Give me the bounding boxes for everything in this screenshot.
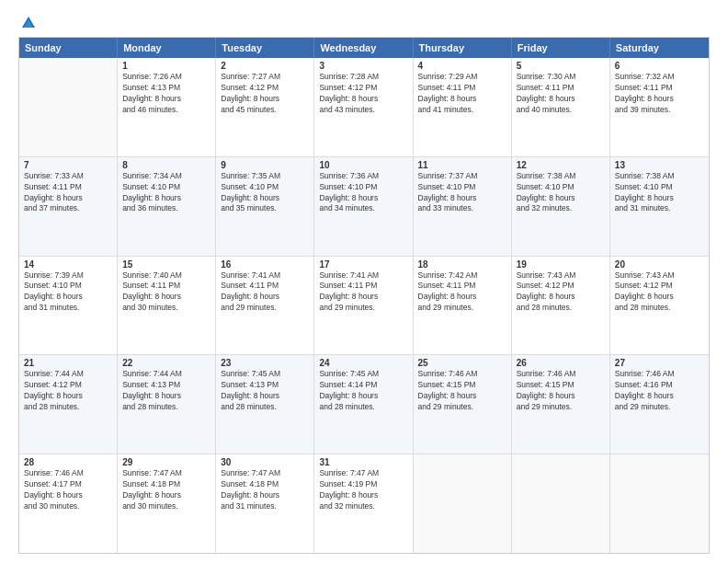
day-number: 13 xyxy=(615,160,704,170)
cell-info-line: and 31 minutes. xyxy=(24,303,112,314)
cal-cell: 15Sunrise: 7:40 AMSunset: 4:11 PMDayligh… xyxy=(118,257,216,355)
cal-cell: 25Sunrise: 7:46 AMSunset: 4:15 PMDayligh… xyxy=(414,355,512,454)
cal-cell: 14Sunrise: 7:39 AMSunset: 4:10 PMDayligh… xyxy=(19,257,118,355)
cell-info-line: Daylight: 8 hours xyxy=(615,391,704,402)
cell-info-line: Sunset: 4:11 PM xyxy=(122,281,210,292)
cell-info-line: Sunset: 4:16 PM xyxy=(615,380,704,391)
cell-info-line: Sunset: 4:11 PM xyxy=(517,83,605,94)
cell-info-line: Daylight: 8 hours xyxy=(122,391,210,402)
cell-info-line: Sunrise: 7:36 AM xyxy=(319,171,407,182)
cell-info-line: Sunrise: 7:44 AM xyxy=(122,369,210,380)
cell-info-line: Sunset: 4:12 PM xyxy=(517,281,605,292)
day-number: 23 xyxy=(221,358,309,368)
cell-info-line: Daylight: 8 hours xyxy=(221,391,309,402)
cell-info-line: Sunrise: 7:39 AM xyxy=(24,270,112,282)
cell-info-line: and 28 minutes. xyxy=(24,402,112,413)
cell-info-line: Sunset: 4:15 PM xyxy=(517,380,605,391)
cell-info-line: and 33 minutes. xyxy=(418,203,506,214)
day-number: 6 xyxy=(615,61,704,71)
cell-info-line: Sunrise: 7:38 AM xyxy=(517,171,605,182)
day-number: 24 xyxy=(319,358,407,368)
cell-info-line: Daylight: 8 hours xyxy=(24,292,112,303)
cal-cell: 1Sunrise: 7:26 AMSunset: 4:13 PMDaylight… xyxy=(118,58,216,156)
cell-info-line: Sunset: 4:11 PM xyxy=(319,281,407,292)
day-number: 30 xyxy=(221,457,309,467)
day-number: 1 xyxy=(122,61,210,71)
cell-info-line: Sunset: 4:11 PM xyxy=(615,83,704,94)
cal-header-thursday: Thursday xyxy=(414,38,512,58)
cell-info-line: Sunset: 4:11 PM xyxy=(24,182,112,193)
cal-cell: 9Sunrise: 7:35 AMSunset: 4:10 PMDaylight… xyxy=(216,157,314,256)
cell-info-line: Sunrise: 7:35 AM xyxy=(221,171,309,182)
cell-info-line: Sunset: 4:17 PM xyxy=(24,479,112,490)
cell-info-line: and 37 minutes. xyxy=(24,203,112,214)
cell-info-line: Sunrise: 7:43 AM xyxy=(517,270,605,282)
day-number: 9 xyxy=(221,160,309,170)
cell-info-line: and 35 minutes. xyxy=(221,203,309,214)
cell-info-line: Daylight: 8 hours xyxy=(122,490,210,501)
cell-info-line: Sunrise: 7:43 AM xyxy=(615,270,704,282)
cell-info-line: and 31 minutes. xyxy=(221,501,309,512)
cell-info-line: and 43 minutes. xyxy=(319,105,407,116)
day-number: 15 xyxy=(122,259,210,270)
cell-info-line: Sunset: 4:10 PM xyxy=(517,182,605,193)
page: SundayMondayTuesdayWednesdayThursdayFrid… xyxy=(0,0,728,563)
header xyxy=(18,17,710,29)
cell-info-line: Sunrise: 7:46 AM xyxy=(517,369,605,380)
cell-info-line: Sunset: 4:10 PM xyxy=(418,182,506,193)
cal-cell xyxy=(414,454,512,553)
cal-week-5: 28Sunrise: 7:46 AMSunset: 4:17 PMDayligh… xyxy=(19,454,709,553)
cell-info-line: Daylight: 8 hours xyxy=(615,193,704,204)
day-number: 25 xyxy=(418,358,506,368)
cal-cell: 4Sunrise: 7:29 AMSunset: 4:11 PMDaylight… xyxy=(414,58,512,156)
cell-info-line: and 28 minutes. xyxy=(615,303,704,314)
cell-info-line: Sunset: 4:11 PM xyxy=(418,281,506,292)
day-number: 14 xyxy=(24,259,112,270)
cal-cell xyxy=(512,454,610,553)
calendar: SundayMondayTuesdayWednesdayThursdayFrid… xyxy=(18,37,710,554)
day-number: 12 xyxy=(517,160,605,170)
cell-info-line: Sunrise: 7:28 AM xyxy=(319,72,407,83)
cell-info-line: Sunrise: 7:40 AM xyxy=(122,270,210,282)
cal-cell: 10Sunrise: 7:36 AMSunset: 4:10 PMDayligh… xyxy=(314,157,413,256)
cell-info-line: Sunrise: 7:32 AM xyxy=(615,72,704,83)
cal-cell: 21Sunrise: 7:44 AMSunset: 4:12 PMDayligh… xyxy=(19,355,118,454)
cell-info-line: Sunrise: 7:46 AM xyxy=(615,369,704,380)
cell-info-line: Sunrise: 7:29 AM xyxy=(418,72,506,83)
cal-header-monday: Monday xyxy=(118,38,216,58)
cell-info-line: Sunset: 4:12 PM xyxy=(319,83,407,94)
cal-cell: 6Sunrise: 7:32 AMSunset: 4:11 PMDaylight… xyxy=(610,58,709,156)
cell-info-line: Sunrise: 7:42 AM xyxy=(418,270,506,282)
day-number: 11 xyxy=(418,160,506,170)
cal-cell: 16Sunrise: 7:41 AMSunset: 4:11 PMDayligh… xyxy=(216,257,314,355)
day-number: 26 xyxy=(517,358,605,368)
cell-info-line: Sunset: 4:12 PM xyxy=(221,83,309,94)
day-number: 21 xyxy=(24,358,112,368)
cal-cell: 8Sunrise: 7:34 AMSunset: 4:10 PMDaylight… xyxy=(118,157,216,256)
cal-header-sunday: Sunday xyxy=(19,38,118,58)
day-number: 8 xyxy=(122,160,210,170)
cell-info-line: Sunset: 4:12 PM xyxy=(24,380,112,391)
cell-info-line: and 31 minutes. xyxy=(615,203,704,214)
cal-week-1: 1Sunrise: 7:26 AMSunset: 4:13 PMDaylight… xyxy=(19,58,709,157)
cell-info-line: Daylight: 8 hours xyxy=(221,94,309,105)
cell-info-line: Daylight: 8 hours xyxy=(319,292,407,303)
cell-info-line: Sunrise: 7:46 AM xyxy=(24,468,112,479)
day-number: 17 xyxy=(319,259,407,270)
logo-icon xyxy=(20,15,37,31)
cal-cell: 17Sunrise: 7:41 AMSunset: 4:11 PMDayligh… xyxy=(314,257,413,355)
cell-info-line: Sunrise: 7:26 AM xyxy=(122,72,210,83)
cell-info-line: Sunrise: 7:47 AM xyxy=(221,468,309,479)
cal-cell: 2Sunrise: 7:27 AMSunset: 4:12 PMDaylight… xyxy=(216,58,314,156)
cell-info-line: Daylight: 8 hours xyxy=(319,391,407,402)
cell-info-line: Daylight: 8 hours xyxy=(319,193,407,204)
cal-header-wednesday: Wednesday xyxy=(314,38,413,58)
cal-cell: 20Sunrise: 7:43 AMSunset: 4:12 PMDayligh… xyxy=(610,257,709,355)
cell-info-line: Sunrise: 7:41 AM xyxy=(319,270,407,282)
cell-info-line: Sunset: 4:11 PM xyxy=(418,83,506,94)
cell-info-line: Daylight: 8 hours xyxy=(24,391,112,402)
cell-info-line: Sunset: 4:14 PM xyxy=(319,380,407,391)
cell-info-line: and 45 minutes. xyxy=(221,105,309,116)
cell-info-line: and 29 minutes. xyxy=(418,303,506,314)
cell-info-line: Daylight: 8 hours xyxy=(418,94,506,105)
